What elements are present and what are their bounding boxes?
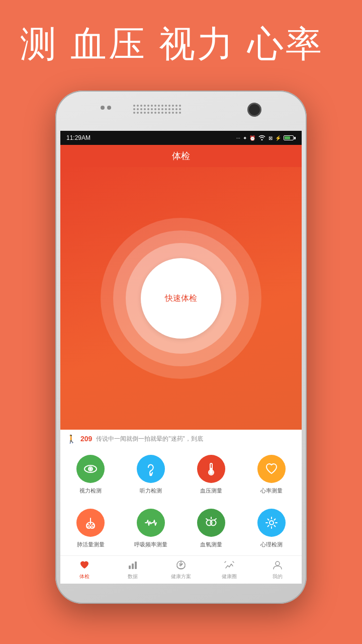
svg-point-9 (92, 525, 95, 527)
svg-point-8 (87, 525, 89, 527)
feature-grid: 视力检测 听力检测 (60, 448, 302, 555)
quick-exam-label: 快速体检 (165, 293, 197, 304)
bluetooth-icon: ✦ (243, 135, 247, 141)
wifi-icon (258, 134, 266, 141)
breathing-label: 呼吸频率测量 (134, 541, 167, 548)
breathing-icon-circle (137, 509, 165, 537)
svg-line-13 (215, 519, 216, 520)
svg-rect-16 (129, 566, 131, 569)
walk-icon: 🚶 (66, 434, 76, 444)
nav-exam-label: 体检 (79, 573, 89, 580)
bp-label: 血压测量 (200, 487, 222, 495)
vision-label: 视力检测 (79, 487, 102, 495)
nav-profile-label: 我的 (273, 573, 283, 580)
bp-icon-circle (197, 455, 225, 483)
dots-icon: ··· (236, 135, 240, 141)
battery-tip (294, 137, 296, 139)
alarm-icon: ⏰ (249, 135, 255, 141)
svg-point-3 (150, 474, 152, 475)
steps-count: 209 (80, 435, 92, 443)
health-plan-nav-icon (175, 559, 187, 572)
nav-health-circle[interactable]: 健康圈 (205, 556, 253, 584)
app-header: 体检 (60, 145, 302, 167)
data-nav-icon (127, 559, 138, 572)
profile-nav-icon (272, 559, 283, 572)
feature-breathing[interactable]: 呼吸频率测量 (121, 502, 181, 555)
bottom-nav: 体检 数据 (60, 555, 302, 584)
feature-heartrate[interactable]: 心率测量 (241, 448, 302, 502)
speaker-dots (101, 106, 111, 110)
svg-point-2 (90, 468, 92, 470)
status-icons: ··· ✦ ⏰ ⊠ ⚡ (236, 134, 296, 141)
svg-point-15 (269, 521, 274, 525)
oxygen-icon-circle (197, 509, 225, 537)
feature-vision[interactable]: 视力检测 (60, 448, 121, 502)
news-ticker: 🚶 209 传说中一闻就倒一拍就晕的"迷药"，到底 (60, 430, 302, 448)
lung-label: 肺活量测量 (77, 541, 105, 548)
nav-profile[interactable]: 我的 (253, 556, 302, 584)
circle-container[interactable]: 快速体检 (101, 218, 261, 379)
heartrate-icon-circle (257, 455, 286, 483)
battery-fill (285, 136, 290, 139)
battery-body (284, 135, 294, 140)
hearing-label: 听力检测 (140, 487, 162, 495)
news-text: 传说中一闻就倒一拍就晕的"迷药"，到底 (96, 435, 203, 443)
nav-health-circle-label: 健康圈 (222, 573, 237, 580)
nav-data[interactable]: 数据 (109, 556, 157, 584)
svg-point-7 (210, 471, 213, 474)
signal-icon: ⊠ (268, 135, 273, 141)
charging-icon: ⚡ (275, 135, 281, 141)
feature-oxygen[interactable]: 血氧测量 (181, 502, 241, 555)
svg-rect-18 (135, 561, 137, 569)
feature-lung[interactable]: 肺活量测量 (60, 502, 121, 555)
svg-rect-17 (132, 564, 134, 569)
app-main: 快速体检 (60, 167, 302, 430)
heartrate-label: 心率测量 (260, 487, 283, 495)
nav-exam[interactable]: 体检 (60, 556, 109, 584)
vision-icon-circle (76, 455, 105, 483)
speaker-dot (107, 106, 111, 110)
svg-point-20 (276, 561, 280, 566)
battery-icon (284, 135, 296, 140)
oxygen-label: 血氧测量 (200, 541, 222, 548)
status-time: 11:29AM (66, 134, 90, 141)
app-title: 体检 (172, 151, 190, 161)
status-bar: 11:29AM ··· ✦ ⏰ ⊠ ⚡ (60, 131, 302, 145)
exam-nav-icon (79, 559, 90, 572)
quick-exam-button[interactable]: 快速体检 (141, 258, 221, 339)
headline: 测 血压 视力 心率 (20, 20, 342, 68)
camera (247, 103, 261, 117)
svg-line-12 (206, 519, 208, 520)
phone-top (55, 91, 307, 131)
nav-health-plan[interactable]: 健康方案 (157, 556, 205, 584)
feature-bp[interactable]: 血压测量 (181, 448, 241, 502)
psychology-label: 心理检测 (260, 541, 283, 548)
nav-health-plan-label: 健康方案 (171, 573, 191, 580)
speaker-grille (133, 105, 182, 114)
phone-shell: 11:29AM ··· ✦ ⏰ ⊠ ⚡ (55, 91, 307, 604)
feature-psychology[interactable]: 心理检测 (241, 502, 302, 555)
speaker-dot (101, 106, 105, 110)
nav-data-label: 数据 (128, 573, 138, 580)
svg-point-11 (211, 520, 216, 526)
feature-hearing[interactable]: 听力检测 (121, 448, 181, 502)
lung-icon-circle (76, 509, 105, 537)
phone-screen: 11:29AM ··· ✦ ⏰ ⊠ ⚡ (60, 131, 302, 584)
hearing-icon-circle (137, 455, 165, 483)
psychology-icon-circle (257, 509, 286, 537)
health-circle-nav-icon (224, 559, 235, 572)
